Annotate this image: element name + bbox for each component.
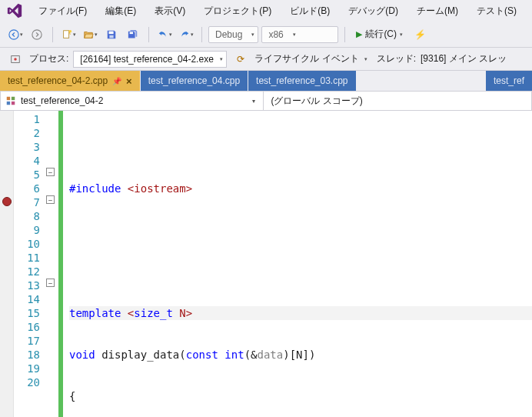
menu-debug[interactable]: デバッグ(D) [339,2,407,21]
tab-1[interactable]: test_reference_04.cpp [141,71,248,91]
save-button[interactable] [102,25,121,44]
menu-edit[interactable]: 編集(E) [96,2,145,21]
process-icon[interactable] [6,50,25,68]
scope-icon [5,95,16,106]
config-combo[interactable]: Debug▾ [208,26,258,43]
tab-2[interactable]: test_reference_03.cpp [248,71,355,91]
svg-rect-6 [130,32,133,34]
svg-point-3 [68,29,71,32]
close-icon[interactable]: × [126,75,132,87]
process-label: プロセス: [29,52,68,65]
menu-view[interactable]: 表示(V) [145,2,195,21]
code-area[interactable]: #include <iostream> template <size_t N> … [63,111,532,417]
redo-button[interactable]: ▾ [177,25,195,44]
lifecycle-label: ライフサイクル イベント [254,52,358,65]
tab-active[interactable]: test_reference_04-2.cpp 📌 × [0,71,140,91]
breakpoint-margin[interactable] [0,111,14,417]
fold-toggle[interactable]: − [46,168,55,176]
fold-toggle[interactable]: − [46,195,55,204]
platform-combo[interactable]: x86▾ [261,26,338,43]
thread-label: スレッド: [377,52,416,65]
svg-rect-10 [12,97,15,100]
scope-member-combo[interactable]: (グローバル スコープ) [264,92,532,110]
forward-button[interactable] [28,25,46,44]
toolbar: ▾ ▾ ▾ ▾ ▾ Debug▾ x86▾ ▶続行(C)▾ ⚡ [0,22,532,48]
lifecycle-button[interactable]: ⟳ [231,50,250,68]
scope-type-combo[interactable]: test_reference_04-2 ▾ [1,92,264,110]
open-button[interactable]: ▾ [81,25,99,44]
fold-margin[interactable]: − − − [45,111,58,417]
new-button[interactable]: ▾ [59,25,78,44]
menu-build[interactable]: ビルド(B) [281,2,339,21]
editor-tabs: test_reference_04-2.cpp 📌 × test_referen… [0,71,532,91]
tab-overflow[interactable]: test_ref [486,71,532,91]
thread-value: [9316] メイン スレッ [421,52,507,65]
fold-toggle[interactable]: − [46,279,55,287]
save-all-button[interactable] [124,25,142,44]
menu-file[interactable]: ファイル(F) [29,2,96,21]
svg-point-0 [8,29,18,38]
svg-rect-12 [12,102,15,105]
menu-test[interactable]: テスト(S) [467,2,526,21]
continue-button[interactable]: ▶続行(C)▾ [351,28,407,41]
line-numbers: 1234567891011121314151617181920 [14,111,45,417]
menu-project[interactable]: プロジェクト(P) [195,2,281,21]
menu-bar: ファイル(F) 編集(E) 表示(V) プロジェクト(P) ビルド(B) デバッ… [0,0,532,22]
svg-point-1 [32,29,42,38]
svg-point-8 [14,58,17,61]
debug-target-button[interactable]: ⚡ [411,25,429,44]
svg-rect-2 [63,30,68,38]
process-bar: プロセス: [26164] test_reference_04-2.exe▾ ⟳… [0,48,532,71]
breakpoint-line-7[interactable] [0,197,13,211]
code-editor[interactable]: 1234567891011121314151617181920 − − − #i… [0,111,532,417]
back-button[interactable]: ▾ [6,25,25,44]
scope-bar: test_reference_04-2 ▾ (グローバル スコープ) [0,91,532,111]
pin-icon[interactable]: 📌 [112,77,121,85]
undo-button[interactable]: ▾ [155,25,174,44]
svg-rect-9 [7,97,10,100]
editor-gutter: 1234567891011121314151617181920 − − − [0,111,63,417]
menu-team[interactable]: チーム(M) [407,2,467,21]
svg-rect-4 [109,31,114,34]
svg-rect-5 [109,35,113,38]
process-combo[interactable]: [26164] test_reference_04-2.exe▾ [73,51,227,68]
visual-studio-logo-icon [6,2,23,19]
svg-rect-11 [7,102,10,105]
